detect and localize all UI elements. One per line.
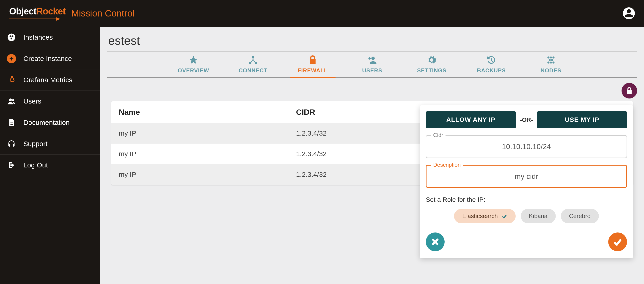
role-chips: Elasticsearch Kibana Cerebro [426, 209, 627, 223]
sidebar-item-logout[interactable]: Log Out [0, 155, 100, 176]
cidr-field: Cidr [426, 135, 627, 158]
chip-kibana[interactable]: Kibana [521, 209, 556, 223]
cidr-label: Cidr [431, 132, 446, 138]
tab-connect[interactable]: CONNECT [230, 55, 276, 77]
lock-icon [308, 55, 318, 65]
sidebar-item-grafana[interactable]: Grafana Metrics [0, 69, 100, 91]
role-prompt: Set a Role for the IP: [426, 196, 627, 203]
app-title: Mission Control [71, 8, 134, 18]
tab-settings[interactable]: SETTINGS [409, 55, 455, 77]
brand-logo: ObjectRocket [9, 6, 66, 21]
tab-strip: OVERVIEW CONNECT FIREWALL USERS SETTINGS [107, 51, 637, 78]
sidebar-item-support[interactable]: Support [0, 133, 100, 155]
plus-icon [7, 54, 16, 63]
headset-icon [7, 139, 16, 148]
svg-point-15 [547, 61, 549, 63]
svg-point-13 [549, 59, 551, 61]
sidebar-item-label: Instances [24, 33, 53, 41]
tab-overview[interactable]: OVERVIEW [170, 55, 216, 77]
tab-nodes[interactable]: NODES [528, 55, 574, 77]
grafana-icon [7, 75, 16, 84]
tab-label: USERS [362, 67, 382, 74]
close-icon [430, 237, 440, 247]
restore-icon [486, 55, 496, 65]
sidebar-item-label: Grafana Metrics [24, 76, 72, 84]
cell-name: my IP [112, 164, 289, 185]
cell-name: my IP [112, 144, 289, 164]
sidebar-item-users[interactable]: Users [0, 91, 100, 112]
tab-users[interactable]: USERS [349, 55, 395, 77]
add-acl-panel: ALLOW ANY IP -OR- USE MY IP Cidr Descrip… [420, 105, 633, 258]
description-label: Description [431, 162, 463, 168]
user-plus-icon [367, 55, 377, 65]
users-icon [7, 97, 16, 106]
check-icon [613, 237, 622, 247]
chip-label: Cerebro [569, 213, 590, 220]
svg-point-11 [550, 56, 552, 58]
svg-point-2 [12, 35, 14, 37]
lock-icon [626, 87, 633, 95]
brand-name-b: Rocket [36, 6, 65, 16]
description-field: Description [426, 165, 627, 188]
svg-point-4 [9, 98, 12, 101]
tab-label: BACKUPS [477, 67, 506, 74]
chip-elasticsearch[interactable]: Elasticsearch [454, 209, 516, 223]
svg-point-10 [547, 56, 549, 58]
nodes-icon [546, 55, 556, 65]
svg-point-16 [550, 61, 552, 63]
chip-label: Kibana [529, 213, 548, 220]
check-icon [502, 213, 508, 219]
page-title: estest [107, 34, 637, 51]
tab-label: NODES [541, 67, 561, 74]
svg-point-0 [8, 34, 15, 41]
description-input[interactable] [426, 165, 627, 188]
or-separator: -OR- [520, 116, 533, 123]
cancel-button[interactable] [426, 233, 444, 251]
person-icon [624, 8, 634, 18]
connect-icon [248, 55, 258, 65]
svg-point-5 [12, 99, 14, 101]
use-my-ip-button[interactable]: USE MY IP [537, 111, 627, 128]
tab-label: CONNECT [238, 67, 268, 74]
top-bar: ObjectRocket Mission Control [0, 0, 644, 27]
star-icon [188, 55, 198, 65]
main-content: estest OVERVIEW CONNECT FIREWALL USERS [100, 27, 644, 284]
gear-icon [427, 55, 437, 65]
col-name: Name [112, 101, 289, 123]
sidebar-item-label: Create Instance [24, 55, 72, 62]
sidebar-item-instances[interactable]: Instances [0, 27, 100, 48]
sidebar-item-label: Log Out [24, 161, 48, 169]
document-icon [7, 118, 16, 127]
sidebar: Instances Create Instance Grafana Metric… [0, 27, 100, 284]
allow-any-ip-button[interactable]: ALLOW ANY IP [426, 111, 516, 128]
confirm-button[interactable] [608, 233, 627, 251]
tab-firewall[interactable]: FIREWALL [290, 55, 336, 77]
tab-label: FIREWALL [298, 67, 328, 74]
sidebar-item-create-instance[interactable]: Create Instance [0, 48, 100, 69]
svg-point-9 [371, 56, 375, 60]
svg-point-17 [552, 61, 554, 63]
rocket-icon [9, 17, 60, 21]
cidr-input[interactable] [426, 135, 627, 158]
tab-label: SETTINGS [417, 67, 446, 74]
sidebar-item-label: Support [24, 140, 48, 148]
svg-point-14 [551, 59, 553, 61]
sidebar-item-label: Documentation [24, 119, 70, 126]
sidebar-item-label: Users [24, 97, 41, 105]
svg-point-3 [10, 37, 12, 39]
brand-name-a: Object [9, 6, 36, 16]
tab-label: OVERVIEW [178, 67, 209, 74]
logout-icon [7, 161, 16, 170]
brand-block: ObjectRocket Mission Control [9, 6, 134, 21]
sidebar-item-documentation[interactable]: Documentation [0, 112, 100, 133]
account-avatar[interactable] [623, 7, 635, 19]
svg-point-1 [10, 35, 12, 37]
instances-icon [7, 33, 16, 42]
tab-backups[interactable]: BACKUPS [468, 55, 514, 77]
cell-name: my IP [112, 123, 289, 144]
chip-cerebro[interactable]: Cerebro [561, 209, 599, 223]
svg-point-12 [552, 56, 554, 58]
firewall-lock-fab[interactable] [622, 83, 637, 98]
chip-label: Elasticsearch [462, 213, 498, 220]
